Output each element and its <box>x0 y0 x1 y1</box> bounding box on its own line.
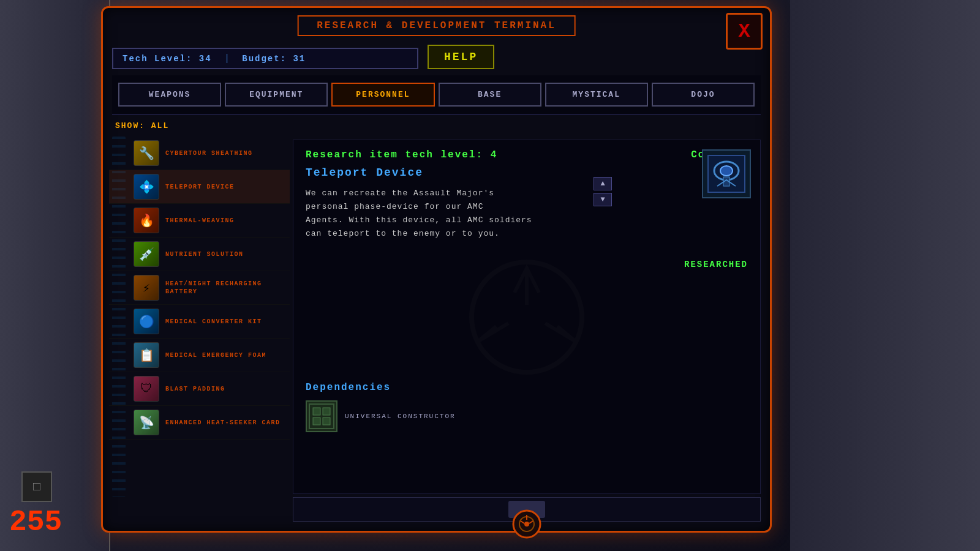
item-name-cybertour: CYBERTOUR SHEATHING <box>165 149 253 157</box>
item-icon-teleport: 💠 <box>134 174 159 200</box>
amc-logo <box>511 509 542 539</box>
item-icon-nutrient: 💉 <box>134 241 159 267</box>
svg-rect-9 <box>323 418 330 425</box>
list-item-thermal[interactable]: 🔥 THERMAL-WEAVING <box>109 204 290 238</box>
scroll-down-button[interactable]: ▼ <box>594 193 612 206</box>
scroll-up-button[interactable]: ▲ <box>594 177 612 190</box>
tab-dojo[interactable]: DOJO <box>652 83 755 107</box>
item-name-blast: BLAST PADDING <box>165 385 225 393</box>
bottom-scrollbar[interactable] <box>293 497 761 522</box>
detail-description: We can recreate the Assault Major's pers… <box>293 182 587 246</box>
list-item-teleport[interactable]: 💠 TELEPORT DEVICE <box>109 170 290 204</box>
tab-personnel[interactable]: PERSONNEL <box>331 83 434 107</box>
svg-rect-8 <box>313 418 320 425</box>
bg-right-panel <box>790 0 980 551</box>
title-bar: RESEARCH & DEVELOPMENT TERMINAL <box>297 15 576 36</box>
counter-icon-symbol: □ <box>33 480 40 494</box>
terminal-panel: RESEARCH & DEVELOPMENT TERMINAL X Tech L… <box>101 6 772 533</box>
item-icon-blast: 🛡 <box>134 376 159 402</box>
dep-item-name: UNIVERSAL CONSTRUCTOR <box>345 413 456 420</box>
show-all-label: SHOW: ALL <box>115 121 169 130</box>
dependencies-title: Dependencies <box>306 382 748 393</box>
item-name-medical-kit: MEDICAL CONVERTER KIT <box>165 318 262 326</box>
svg-rect-6 <box>313 408 320 415</box>
item-name-heat-seeker: ENHANCED HEAT-SEEKER CARD <box>165 419 281 427</box>
item-name-nutrient: NUTRIENT SOLUTION <box>165 250 244 258</box>
dependencies-section: Dependencies UNIVERSAL CONSTRUCTOR <box>306 382 748 432</box>
dep-icon-universal-constructor <box>306 400 337 432</box>
watermark-logo <box>466 256 588 378</box>
detail-item-title: Teleport Device <box>293 163 760 182</box>
item-icon-heat-seeker: 📡 <box>134 410 159 435</box>
dependency-item: UNIVERSAL CONSTRUCTOR <box>306 400 748 432</box>
item-icon-med-foam: 📋 <box>134 342 159 368</box>
stats-bar: Tech Level: 34 | Budget: 31 <box>112 48 418 69</box>
list-item-med-foam[interactable]: 📋 MEDICAL EMERGENCY FOAM <box>109 339 290 372</box>
amc-logo-svg <box>511 509 542 539</box>
counter-display: 255 <box>9 506 62 539</box>
research-header: Research item tech level: 4 Cost: 20 <box>293 140 760 163</box>
list-item-cybertour[interactable]: 🔧 CYBERTOUR SHEATHING <box>109 137 290 170</box>
content-area: Research item tech level: 4 Cost: 20 ▲ ▼… <box>293 140 761 494</box>
item-icon-cybertour: 🔧 <box>134 140 159 166</box>
item-icon-medical-kit: 🔵 <box>134 309 159 334</box>
close-icon: X <box>738 20 750 43</box>
svg-point-3 <box>720 166 733 176</box>
close-button[interactable]: X <box>726 13 763 50</box>
svg-point-12 <box>524 522 529 527</box>
researched-badge: RESEARCHED <box>684 260 748 269</box>
list-item-blast[interactable]: 🛡 BLAST PADDING <box>109 372 290 406</box>
counter-icon: □ <box>21 471 52 502</box>
list-item-heat-seeker[interactable]: 📡 ENHANCED HEAT-SEEKER CARD <box>109 406 290 440</box>
tab-equipment[interactable]: EQUIPMENT <box>225 83 328 107</box>
item-name-heat-battery: HEAT/NIGHT RECHARGING BATTERY <box>165 280 287 296</box>
research-tech-level: Research item tech level: 4 <box>306 149 497 160</box>
item-preview-image <box>702 149 751 198</box>
item-list: 🔧 CYBERTOUR SHEATHING 💠 TELEPORT DEVICE … <box>109 137 290 500</box>
item-preview-svg <box>705 152 748 195</box>
help-label: HELP <box>444 51 478 63</box>
list-item-medical-kit[interactable]: 🔵 MEDICAL CONVERTER KIT <box>109 305 290 339</box>
svg-rect-7 <box>323 408 330 415</box>
list-item-nutrient[interactable]: 💉 NUTRIENT SOLUTION <box>109 238 290 271</box>
item-name-teleport: TELEPORT DEVICE <box>165 183 235 191</box>
scroll-controls: ▲ ▼ <box>594 177 612 206</box>
budget: Budget: 31 <box>242 54 306 64</box>
tech-level: Tech Level: 34 <box>123 54 212 64</box>
list-item-heat-battery[interactable]: ⚡ HEAT/NIGHT RECHARGING BATTERY <box>109 271 290 305</box>
item-icon-heat-battery: ⚡ <box>134 275 159 301</box>
item-icon-thermal: 🔥 <box>134 208 159 233</box>
terminal-title: RESEARCH & DEVELOPMENT TERMINAL <box>317 20 556 31</box>
item-name-med-foam: MEDICAL EMERGENCY FOAM <box>165 351 266 359</box>
help-button[interactable]: HELP <box>428 45 494 69</box>
dep-icon-svg <box>308 403 335 430</box>
bg-left-panel <box>0 0 110 551</box>
tab-mystical[interactable]: MYSTICAL <box>545 83 648 107</box>
item-name-thermal: THERMAL-WEAVING <box>165 217 235 225</box>
tab-base[interactable]: BASE <box>439 83 541 107</box>
nav-tabs: WEAPONS EQUIPMENT PERSONNEL BASE MYSTICA… <box>112 75 761 115</box>
tab-weapons[interactable]: WEAPONS <box>118 83 221 107</box>
